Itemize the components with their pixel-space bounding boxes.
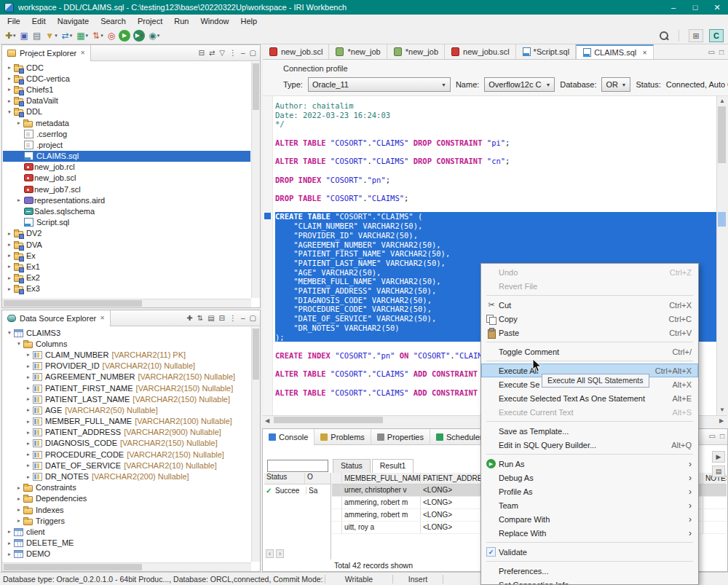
collapsed-arrow-icon[interactable]: ▸ [24, 407, 33, 413]
console-tab-problems[interactable]: Problems [314, 429, 371, 445]
collapsed-arrow-icon[interactable]: ▸ [5, 540, 14, 546]
scroll-up-icon[interactable]: ▲ [719, 98, 725, 104]
link-with-editor-icon[interactable]: ⇄ [209, 49, 215, 57]
tree-item-ddl[interactable]: ▾DDL [3, 106, 250, 117]
collapsed-arrow-icon[interactable]: ▸ [5, 252, 14, 259]
minimize-editor-icon[interactable]: ▭ [708, 48, 715, 56]
new-connection-icon[interactable]: ✚ [186, 314, 192, 322]
collapse-all-icon[interactable]: ⊟ [219, 314, 225, 322]
menu-item-set-connection-info[interactable]: Set Connection Info [481, 578, 698, 585]
new-report-icon[interactable]: ▦▾ [76, 29, 89, 42]
collapsed-arrow-icon[interactable]: ▸ [24, 418, 33, 425]
console-tab-console[interactable]: Console [263, 429, 314, 445]
maximize-panel-icon[interactable]: □ [720, 432, 724, 440]
tree-item-sales-sqlschema[interactable]: Sales.sqlschema [3, 205, 250, 216]
tree-item-ex[interactable]: ▸Ex [3, 250, 250, 261]
result-status-row[interactable]: ✓ Succee Sa [264, 484, 331, 496]
collapsed-arrow-icon[interactable]: ▸ [15, 197, 23, 203]
menu-item-validate[interactable]: ✓Validate [481, 545, 698, 559]
expanded-arrow-icon[interactable]: ▾ [5, 109, 14, 115]
menu-item-run-as[interactable]: ▶Run As› [481, 457, 698, 471]
minimize-panel-icon[interactable]: ▭ [709, 432, 716, 440]
dropdown-caret-icon[interactable]: ▾ [141, 33, 143, 39]
expanded-arrow-icon[interactable]: ▾ [5, 329, 14, 336]
close-window-button[interactable]: ✕ [706, 0, 728, 15]
new-sort-job-icon[interactable]: ▼▾ [44, 29, 58, 42]
tree-item-new-job7-scl[interactable]: new_job7.scl [3, 184, 250, 195]
dropdown-caret-icon[interactable]: ▾ [55, 33, 58, 39]
menu-item-cut[interactable]: ✂CutCtrl+X [481, 298, 698, 312]
collapsed-arrow-icon[interactable]: ▸ [5, 64, 14, 71]
maximize-editor-icon[interactable]: □ [719, 48, 724, 56]
scroll-left-icon[interactable]: ◀ [265, 417, 269, 424]
collapsed-arrow-icon[interactable]: ▸ [5, 528, 14, 535]
dropdown-caret-icon[interactable]: ▾ [13, 33, 16, 39]
project-explorer-tab[interactable]: Project Explorer ✕ [2, 45, 91, 61]
menu-file[interactable]: File [1, 15, 26, 27]
tree-item-claims-sql[interactable]: CLAIMS.sql [3, 151, 250, 162]
tree-item-diagnosis-code[interactable]: ▸DIAGNOSIS_CODE[VARCHAR2(150) Nullable] [3, 438, 250, 449]
tree-item-patient-last-name[interactable]: ▸PATIENT_LAST_NAME[VARCHAR2(150) Nullabl… [3, 393, 250, 404]
new-wizard-icon[interactable]: ✚▾ [4, 29, 17, 42]
collapsed-arrow-icon[interactable]: ▸ [15, 506, 23, 513]
editor-tab-claims-sql[interactable]: CLAIMS.sql✕ [576, 44, 654, 59]
tree-item-triggers[interactable]: ▸Triggers [3, 515, 250, 526]
menu-item-paste[interactable]: PasteCtrl+V [481, 326, 698, 339]
collapsed-arrow-icon[interactable]: ▸ [24, 429, 33, 436]
expanded-arrow-icon[interactable]: ▾ [15, 340, 23, 347]
tree-item-delete-me[interactable]: ▸DELETE_ME [3, 538, 250, 549]
data-source-explorer-tab[interactable]: Data Source Explorer ✕ [2, 310, 111, 326]
collapsed-arrow-icon[interactable]: ▸ [24, 351, 33, 358]
tree-item-provider-id[interactable]: ▸PROVIDER_ID[VARCHAR2(10) Nullable] [3, 361, 250, 372]
tree-item-dva[interactable]: ▸DVA [3, 239, 250, 250]
run-icon[interactable]: ▶ [119, 30, 130, 42]
dropdown-caret-icon[interactable]: ▾ [100, 33, 103, 39]
close-view-icon[interactable]: ✕ [100, 315, 105, 321]
menu-run[interactable]: Run [168, 15, 194, 27]
collapsed-arrow-icon[interactable]: ▸ [5, 275, 14, 281]
tree-item-agreement-number[interactable]: ▸AGREEMENT_NUMBER[VARCHAR2(150) Nullable… [3, 372, 250, 382]
collapsed-arrow-icon[interactable]: ▸ [15, 119, 23, 126]
dropdown-caret-icon[interactable]: ▾ [157, 33, 160, 39]
menu-item-copy[interactable]: CopyCtrl+C [481, 312, 698, 326]
tree-item-procedure-code[interactable]: ▸PROCEDURE_CODE[VARCHAR2(150) Nullable] [3, 449, 250, 460]
print-icon[interactable]: ▤ [32, 29, 41, 42]
tree-item-ex2[interactable]: ▸Ex2 [3, 272, 250, 283]
menu-navigate[interactable]: Navigate [52, 15, 95, 27]
tree-item-metadata[interactable]: ▸metadata [3, 117, 250, 128]
tree-item-member-full-name[interactable]: ▸MEMBER_FULL_NAME[VARCHAR2(100) Nullable… [3, 416, 250, 427]
editor-tab-new-job[interactable]: *new_job [329, 44, 387, 59]
dse-tree-vscroll[interactable] [251, 327, 260, 562]
dse-tree-hscroll[interactable] [2, 562, 251, 571]
target-icon[interactable]: ◎ [107, 29, 116, 42]
menu-item-debug-as[interactable]: Debug As› [481, 471, 698, 484]
tree-item-ex3[interactable]: ▸Ex3 [3, 283, 250, 294]
menu-project[interactable]: Project [132, 15, 168, 27]
maximize-icon[interactable]: ▢ [250, 49, 256, 57]
tree-item-representations-aird[interactable]: ▸representations.aird [3, 195, 250, 205]
db-profile-icon[interactable]: ◉▾ [148, 29, 160, 42]
tree-item-new-job-scl[interactable]: new_job.scl [3, 173, 250, 184]
menu-item-replace-with[interactable]: Replace With› [481, 526, 698, 540]
console-tab-properties[interactable]: Properties [371, 429, 430, 445]
menu-search[interactable]: Search [95, 15, 132, 27]
connection-type-select[interactable]: Oracle_11 ▼ [308, 77, 451, 92]
result-filter-input[interactable] [267, 460, 328, 472]
tree-item-dependencies[interactable]: ▸Dependencies [3, 493, 250, 504]
tree-item-cserrlog[interactable]: .cserrlog [3, 128, 250, 139]
tree-item-chiefs1[interactable]: ▸Chiefs1 [3, 84, 250, 95]
collapsed-arrow-icon[interactable]: ▸ [5, 286, 14, 292]
collapsed-arrow-icon[interactable]: ▸ [5, 75, 14, 82]
grid-header-patient-address[interactable]: PATIENT_ADDRESS [421, 473, 485, 484]
menu-item-team[interactable]: Team› [481, 498, 698, 512]
status-column-header[interactable]: Status [264, 473, 305, 484]
collapsed-arrow-icon[interactable]: ▸ [5, 98, 14, 104]
tree-item-patient-address[interactable]: ▸PATIENT_ADDRESS[VARCHAR2(900) Nullable] [3, 427, 250, 438]
tree-item-claim-number[interactable]: ▸CLAIM_NUMBER[VARCHAR2(11) PK] [3, 349, 250, 360]
tree-item-client[interactable]: ▸client [3, 526, 250, 537]
collapsed-arrow-icon[interactable]: ▸ [24, 440, 33, 447]
maximize-icon[interactable]: ▢ [250, 314, 256, 322]
tree-item-ex1[interactable]: ▸Ex1 [3, 261, 250, 272]
collapsed-arrow-icon[interactable]: ▸ [15, 495, 23, 502]
collapsed-arrow-icon[interactable]: ▸ [5, 230, 14, 237]
